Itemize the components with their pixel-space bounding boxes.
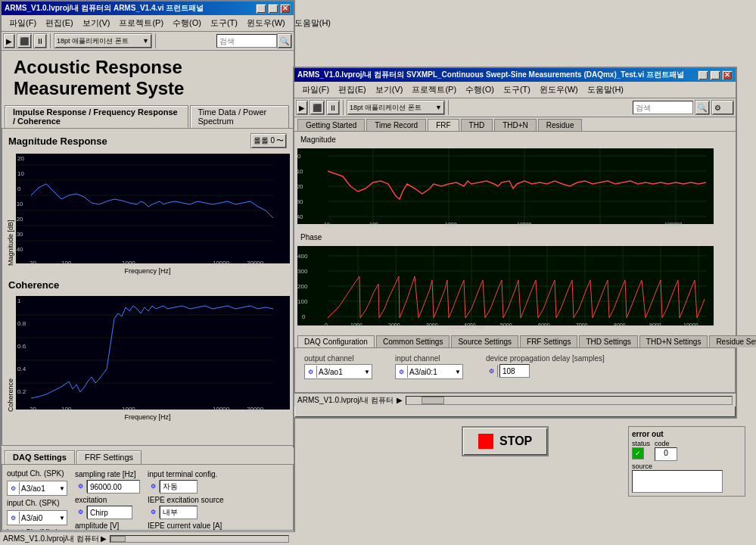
input-channel-spk-select[interactable]: ⚙ A3/ai0 ▼ xyxy=(7,510,67,525)
daq-search-input[interactable] xyxy=(633,101,693,114)
daq-input-channel-value: A3/ai0:1 xyxy=(408,368,453,376)
daq-window: ARMS_V1.0.lvproj/내 컴퓨터의 SVXMPL_Continuou… xyxy=(293,67,737,419)
menu-tools[interactable]: 도구(T) xyxy=(206,17,242,30)
daq-font-selector[interactable]: 18pt 애플리케이션 폰트 ▼ xyxy=(347,100,445,115)
tab-thd[interactable]: THD xyxy=(461,119,493,131)
daq-propagation-input[interactable] xyxy=(499,364,530,378)
config-tab-common[interactable]: Common Settings xyxy=(376,335,450,347)
stop-button[interactable]: STOP xyxy=(462,426,549,456)
svg-rect-0 xyxy=(16,154,290,263)
svg-text:1: 1 xyxy=(17,297,21,304)
daq-menu-edit[interactable]: 편집(E) xyxy=(334,83,371,96)
daq-menu-run[interactable]: 수행(O) xyxy=(461,83,499,96)
run-button[interactable]: ▶ xyxy=(3,33,15,48)
app-title: Acoustic Response Measurement Syste xyxy=(14,57,282,99)
daq-extra-button[interactable]: ⚙ xyxy=(711,100,734,115)
iepe-current-label: IEPE current value [A] xyxy=(148,522,222,530)
daq-pause-button[interactable]: ⏸ xyxy=(326,100,340,115)
svg-text:10000: 10000 xyxy=(683,322,698,328)
daq-menu-tools[interactable]: 도구(T) xyxy=(499,83,535,96)
daq-minimize-button[interactable]: _ xyxy=(698,70,708,80)
excitation-input[interactable] xyxy=(87,506,132,519)
input-terminal-input[interactable] xyxy=(160,480,198,494)
menu-project[interactable]: 프로젝트(P) xyxy=(114,17,168,30)
pause-button[interactable]: ⏸ xyxy=(33,33,47,48)
main-scrollbar[interactable] xyxy=(110,535,289,543)
menu-window[interactable]: 윈도우(W) xyxy=(242,17,290,30)
tab-time-record[interactable]: Time Record xyxy=(366,119,426,131)
svg-text:200: 200 xyxy=(297,283,308,290)
minimize-button[interactable]: _ xyxy=(256,4,266,14)
tab-daq-settings[interactable]: DAQ Settings xyxy=(5,450,75,464)
error-out-label: error out xyxy=(632,430,742,438)
svg-text:0.6: 0.6 xyxy=(17,343,26,350)
daq-input-channel-select[interactable]: ⚙ A3/ai0:1 ▼ xyxy=(395,364,463,379)
separator-1 xyxy=(50,33,51,48)
svg-text:3000: 3000 xyxy=(426,322,438,328)
daq-search-button[interactable]: 🔍 xyxy=(695,100,710,115)
daq-maximize-button[interactable]: □ xyxy=(710,70,720,80)
config-tab-thd[interactable]: THD Settings xyxy=(579,335,637,347)
sampling-rate-input[interactable] xyxy=(87,480,140,494)
config-tab-source[interactable]: Source Settings xyxy=(451,335,518,347)
main-bottom-path: ARMS_V1.0.lvproj/내 컴퓨터 xyxy=(3,534,99,544)
menu-file[interactable]: 파일(F) xyxy=(5,17,41,30)
daq-menu-view[interactable]: 보기(V) xyxy=(371,83,408,96)
svg-text:0: 0 xyxy=(297,153,301,160)
tab-frf-settings[interactable]: FRF Settings xyxy=(76,450,142,464)
svg-text:1000: 1000 xyxy=(122,406,135,413)
iepe-source-input[interactable] xyxy=(160,506,198,519)
tab-impulse-response[interactable]: Impulse Response / Frequency Response / … xyxy=(5,105,188,128)
maximize-button[interactable]: □ xyxy=(268,4,278,14)
output-channel-value: A3/ao1 xyxy=(20,484,58,493)
output-channel-select[interactable]: ⚙ A3/ao1 ▼ xyxy=(7,481,67,496)
menu-help[interactable]: 도움말(H) xyxy=(290,17,335,30)
daq-stop-toolbar-btn[interactable]: ⬛ xyxy=(310,100,325,115)
error-fields: status ✓ code 0 xyxy=(632,440,742,461)
channel-knob-icon: ⚙ xyxy=(8,482,20,494)
font-selector[interactable]: 18pt 애플리케이션 폰트 ▼ xyxy=(54,33,152,48)
daq-menu-file[interactable]: 파일(F) xyxy=(297,83,334,96)
svg-text:100: 100 xyxy=(369,222,378,227)
daq-scrollbar-thumb[interactable] xyxy=(422,397,444,404)
daq-status-path: ARMS_V1.0.lvproj/내 컴퓨터 xyxy=(294,395,397,406)
magnitude-options-button[interactable]: 롤롤 0 〜 xyxy=(250,133,287,148)
config-tab-residue[interactable]: Residue Settings xyxy=(709,335,756,347)
tab-frf[interactable]: FRF xyxy=(428,119,459,131)
menu-run[interactable]: 수행(O) xyxy=(168,17,206,30)
magnitude-chart-wrapper: Magnitude [dB] 20 10 0 -10 -20 - xyxy=(5,150,290,267)
main-scrollbar-thumb[interactable] xyxy=(110,536,126,542)
search-input[interactable] xyxy=(216,34,277,48)
daq-window-title: ARMS_V1.0.lvproj/내 컴퓨터의 SVXMPL_Continuou… xyxy=(297,70,684,80)
config-tab-daq[interactable]: DAQ Configuration xyxy=(297,335,375,347)
daq-menu-window[interactable]: 윈도우(W) xyxy=(535,83,583,96)
coherence-chart-wrapper: Coherence 1 0.8 0.6 0.4 0.2 xyxy=(5,292,290,413)
daq-close-button[interactable]: ✕ xyxy=(722,70,733,80)
daq-menu-project[interactable]: 프로젝트(P) xyxy=(407,83,461,96)
config-tab-thdn[interactable]: THD+N Settings xyxy=(639,335,708,347)
error-out-panel: error out status ✓ code 0 source xyxy=(628,426,745,497)
menu-edit[interactable]: 편집(E) xyxy=(41,17,78,30)
svg-text:100: 100 xyxy=(61,406,72,413)
close-button[interactable]: ✕ xyxy=(280,4,291,14)
tab-thdn[interactable]: THD+N xyxy=(494,119,537,131)
svg-text:10000: 10000 xyxy=(213,260,230,266)
daq-menu-bar: 파일(F) 편집(E) 보기(V) 프로젝트(P) 수행(O) 도구(T) 윈도… xyxy=(294,82,736,98)
input-channel-spk-value: A3/ai0 xyxy=(20,514,58,522)
amplitude-label: amplitude [V] xyxy=(75,522,119,530)
stop-toolbar-button[interactable]: ⬛ xyxy=(17,33,32,48)
config-tab-frf[interactable]: FRF Settings xyxy=(520,335,577,347)
svg-text:1000: 1000 xyxy=(445,222,457,227)
font-arrow-icon: ▼ xyxy=(142,37,149,45)
menu-view[interactable]: 보기(V) xyxy=(78,17,115,30)
search-button[interactable]: 🔍 xyxy=(277,33,292,48)
tab-getting-started[interactable]: Getting Started xyxy=(297,119,365,131)
error-source-group: source xyxy=(632,462,742,493)
tab-residue[interactable]: Residue xyxy=(538,119,583,131)
daq-output-channel-select[interactable]: ⚙ A3/ao1 ▼ xyxy=(304,364,372,379)
daq-menu-help[interactable]: 도움말(H) xyxy=(583,83,628,96)
daq-scrollbar[interactable] xyxy=(406,396,733,405)
tab-time-data[interactable]: Time Data / Power Spectrum xyxy=(190,105,289,128)
daq-run-button[interactable]: ▶ xyxy=(296,100,308,115)
daq-magnitude-title: Magnitude xyxy=(297,135,733,145)
